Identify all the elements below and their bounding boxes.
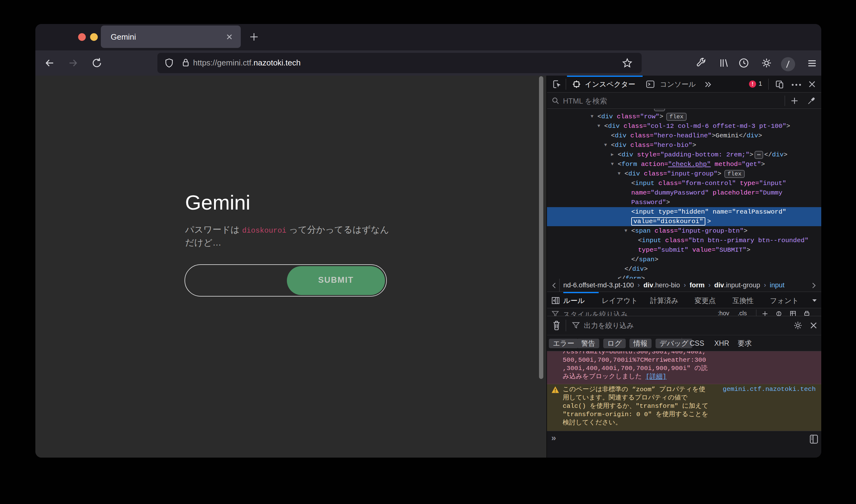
tree-row[interactable]: </span> (547, 255, 821, 264)
tree-row[interactable]: <input class="form-control" type="input" (547, 179, 821, 188)
tree-row[interactable]: name="dummyPassword" placeholder="Dummy (547, 188, 821, 198)
page-scrollbar[interactable] (539, 76, 543, 379)
breadcrumb-item[interactable]: form (686, 281, 708, 289)
console-tab-icon[interactable] (645, 79, 655, 89)
inspector-tab-icon[interactable] (572, 79, 582, 89)
grid-icon[interactable] (789, 310, 797, 316)
devtools-menu-icon[interactable] (791, 82, 802, 88)
breadcrumb-forward-icon[interactable] (810, 282, 817, 289)
devtools-wrench-icon[interactable] (695, 57, 706, 69)
tree-row[interactable]: <input type="hidden" name="realPassword" (547, 207, 821, 217)
tab-console[interactable]: コンソール (660, 79, 696, 89)
console-filter-text-2[interactable]: 要求 (738, 339, 752, 348)
style-filter-row[interactable]: スタイルを絞り込み :hov .cls (547, 308, 821, 316)
split-console-icon[interactable] (809, 434, 819, 444)
eyedropper-icon[interactable] (807, 96, 816, 105)
devtools-close-icon[interactable] (807, 79, 817, 89)
pick-element-icon[interactable] (552, 79, 563, 89)
new-tab-icon[interactable] (249, 32, 259, 42)
console-filter-placeholder[interactable]: 出力を絞り込み (584, 321, 634, 330)
tab-title: Gemini (111, 32, 136, 42)
tree-row[interactable]: ▼<div class="row">flex (547, 112, 821, 121)
breadcrumb-item[interactable]: nd-6.offset-md-3.pt-100 (560, 281, 637, 289)
more-tabs-chevron-icon[interactable] (703, 80, 712, 89)
tree-row[interactable]: value="dioskouroi"> (547, 217, 821, 226)
tree-row[interactable]: ▼<div class="col-12 col-md-6 offset-md-3… (547, 121, 821, 131)
browser-tab[interactable]: Gemini (101, 25, 241, 48)
html-search-bar[interactable]: HTML を検索 (547, 92, 821, 109)
pseudo-icon[interactable] (775, 310, 783, 316)
console-filter-2[interactable]: ログ (603, 339, 626, 348)
settings-gear-icon[interactable] (761, 57, 772, 69)
style-filter-funnel-icon (551, 310, 559, 316)
console-filter-3[interactable]: 情報 (629, 339, 652, 348)
minimize-window-button[interactable] (90, 33, 98, 41)
responsive-design-icon[interactable] (774, 79, 785, 90)
search-icon (551, 96, 560, 105)
extension-bolt-icon[interactable] (781, 57, 795, 71)
close-window-button[interactable] (78, 33, 86, 41)
lock-icon[interactable] (181, 58, 191, 68)
bookmark-star-icon[interactable] (622, 57, 633, 69)
reload-icon[interactable] (91, 57, 103, 69)
breadcrumb-item[interactable]: input (767, 281, 788, 289)
menu-hamburger-icon[interactable] (806, 58, 818, 69)
console-settings-gear-icon[interactable] (793, 321, 803, 330)
sidetab-2[interactable]: 計算済み (650, 296, 679, 305)
console-input-row[interactable]: » (547, 431, 821, 457)
sidetab-3[interactable]: 変更点 (695, 296, 716, 305)
tree-row[interactable]: ▼<div class="input-group">flex (547, 169, 821, 179)
console-filter-text-1[interactable]: XHR (714, 339, 729, 348)
tree-row[interactable]: ▼<div class="hero-bio"> (547, 141, 821, 150)
console-filter-text-0[interactable]: CSS (690, 339, 704, 348)
shield-icon[interactable] (164, 58, 174, 68)
sidetab-1[interactable]: レイアウト (602, 296, 638, 305)
sidetabs-dropdown-icon[interactable] (812, 298, 818, 303)
sidetab-5[interactable]: フォント (770, 296, 799, 305)
tree-row[interactable]: <input class="btn btn--primary btn--roun… (547, 236, 821, 245)
clear-console-trash-icon[interactable] (552, 320, 561, 331)
print-icon[interactable] (803, 310, 810, 316)
console-filter-4[interactable]: デバッグ (656, 339, 692, 348)
collapsed-node-ellipsis[interactable]: ⋯ (654, 109, 665, 111)
browser-window: Gemini https://gemini.ctf.nazotoki.tech … (35, 24, 821, 457)
console-error-line: 500,500i,700,700ii%7CMerriweather:300 (563, 356, 706, 364)
breadcrumb-bar[interactable]: nd-6.offset-md-3.pt-100›div.hero-bio›for… (547, 279, 821, 292)
breadcrumb-item[interactable]: div.hero-bio (640, 281, 683, 289)
sidebar-toggle-icon[interactable] (551, 296, 560, 305)
breadcrumb-item[interactable]: div.input-group (711, 281, 763, 289)
console-close-icon[interactable] (809, 321, 818, 330)
tree-row[interactable]: ▼<form action="check.php" method="get"> (547, 160, 821, 169)
devtools-panel: インスペクター コンソール ! 1 HTML を検索 ⋯ ▼<div class… (547, 76, 821, 457)
error-count-badge[interactable]: ! (749, 80, 756, 88)
sidetab-0[interactable]: ルール (563, 296, 585, 305)
tree-row[interactable]: </form> (547, 274, 821, 279)
console-filter-0[interactable]: エラー (549, 339, 578, 348)
hov-toggle[interactable]: :hov (718, 310, 729, 316)
warning-source-link[interactable]: gemini.ctf.nazotoki.tech (723, 386, 816, 393)
tab-close-icon[interactable] (225, 33, 233, 41)
back-icon[interactable] (44, 57, 56, 69)
tree-row[interactable]: </div> (547, 264, 821, 274)
tree-row[interactable]: Password"> (547, 198, 821, 207)
library-icon[interactable] (718, 57, 730, 69)
breadcrumb-back-icon[interactable] (551, 282, 558, 289)
error-details-link[interactable]: [詳細] (646, 373, 666, 380)
page-content: Gemini パスワードは dioskouroi って分かってるはずなん だけど… (35, 76, 546, 457)
tree-row[interactable]: ▼<span class="input-group-btn"> (547, 226, 821, 236)
history-clock-icon[interactable] (738, 57, 749, 69)
cls-toggle[interactable]: .cls (738, 310, 747, 316)
tree-row[interactable]: <div class="hero-headline">Gemini</div> (547, 131, 821, 141)
forward-icon[interactable] (67, 57, 79, 69)
url-bar[interactable]: https://gemini.ctf.nazotoki.tech (157, 53, 642, 73)
warning-icon (551, 386, 559, 393)
sidetab-4[interactable]: 互換性 (732, 296, 754, 305)
console-filter-1[interactable]: 警告 (577, 339, 599, 348)
tree-row[interactable]: type="submit" value="SUBMIT"> (547, 245, 821, 255)
tree-row[interactable]: ▶<div style="padding-bottom: 2rem;">⋯</d… (547, 150, 821, 160)
submit-button[interactable]: SUBMIT (287, 266, 385, 295)
add-rule-icon[interactable] (761, 310, 769, 316)
tab-inspector[interactable]: インスペクター (585, 79, 635, 89)
add-node-icon[interactable] (790, 96, 799, 105)
html-tree[interactable]: ⋯ ▼<div class="row">flex▼<div class="col… (547, 109, 821, 279)
